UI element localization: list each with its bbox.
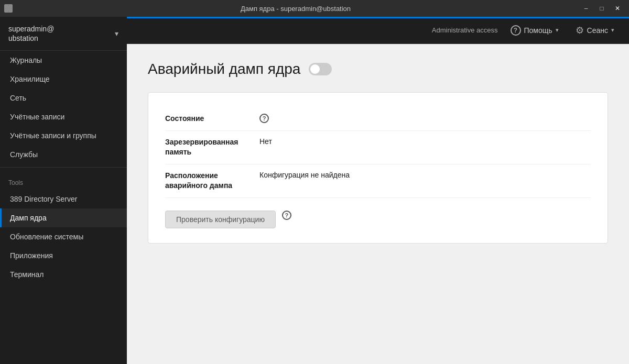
help-chevron-icon: ▾ (556, 27, 559, 34)
app-body: superadmin@ ubstation ▾ Журналы Хранилищ… (0, 17, 629, 364)
minimize-button[interactable]: – (579, 3, 593, 14)
location-row: Расположение аварийного дампа Конфигурац… (165, 164, 591, 198)
sidebar-item-coredump[interactable]: Дамп ядра (0, 208, 127, 227)
sidebar-item-terminal[interactable]: Терминал (0, 265, 127, 284)
status-help-icon[interactable]: ? (259, 114, 269, 123)
gear-icon: ⚙ (576, 25, 584, 36)
hostname: ubstation (8, 34, 54, 43)
window-controls: – □ ✕ (579, 3, 625, 14)
help-action[interactable]: ? Помощь ▾ (506, 23, 563, 38)
session-action[interactable]: ⚙ Сеанс ▾ (571, 23, 619, 38)
tools-section-label: Tools (0, 171, 127, 190)
user-info: superadmin@ ubstation (8, 24, 54, 43)
sidebar-item-system-update[interactable]: Обновление системы (0, 227, 127, 246)
sidebar-item-journals[interactable]: Журналы (0, 51, 127, 70)
titlebar: Дамп ядра - superadmin@ubstation – □ ✕ (0, 0, 629, 17)
maximize-button[interactable]: □ (594, 3, 609, 14)
admin-access-label: Administrative access (432, 26, 498, 34)
sidebar: superadmin@ ubstation ▾ Журналы Хранилищ… (0, 17, 127, 364)
check-config-button[interactable]: Проверить конфигурацию (165, 211, 276, 228)
sidebar-item-accounts[interactable]: Учётные записи (0, 107, 127, 126)
core-dump-toggle[interactable] (309, 63, 332, 75)
info-card: Состояние ? Зарезервированная память Нет… (148, 92, 608, 244)
sidebar-item-network[interactable]: Сеть (0, 89, 127, 107)
sidebar-item-389-directory[interactable]: 389 Directory Server (0, 190, 127, 208)
window-title: Дамп ядра - superadmin@ubstation (13, 5, 579, 13)
memory-row: Зарезервированная память Нет (165, 131, 591, 164)
header-bar: Administrative access ? Помощь ▾ ⚙ Сеанс… (127, 17, 629, 44)
session-label: Сеанс (587, 26, 608, 35)
sidebar-item-services[interactable]: Службы (0, 145, 127, 164)
location-value: Конфигурация не найдена (259, 171, 350, 179)
help-label: Помощь (524, 26, 552, 35)
location-label: Расположение аварийного дампа (165, 171, 259, 191)
status-label: Состояние (165, 114, 259, 124)
help-icon: ? (511, 25, 521, 36)
sidebar-item-accounts-groups[interactable]: Учётные записи и группы (0, 126, 127, 145)
check-config-help-icon[interactable]: ? (282, 211, 291, 220)
sidebar-item-storage[interactable]: Хранилище (0, 70, 127, 89)
status-row: Состояние ? (165, 107, 591, 131)
memory-value: Нет (259, 137, 272, 146)
status-value: ? (259, 114, 269, 123)
right-panel: Administrative access ? Помощь ▾ ⚙ Сеанс… (127, 17, 629, 364)
memory-label: Зарезервированная память (165, 137, 259, 158)
user-header[interactable]: superadmin@ ubstation ▾ (0, 17, 127, 51)
app-icon (4, 4, 13, 13)
sidebar-divider (0, 167, 127, 168)
content-area: Аварийный дамп ядра Состояние ? Зарезерв… (127, 44, 629, 364)
close-button[interactable]: ✕ (610, 3, 625, 14)
username: superadmin@ (8, 24, 54, 34)
main-content: Аварийный дамп ядра Состояние ? Зарезерв… (127, 44, 629, 364)
page-title: Аварийный дамп ядра (148, 61, 300, 78)
action-row: Проверить конфигурацию ? (165, 198, 591, 228)
chevron-down-icon: ▾ (115, 29, 118, 38)
sidebar-item-apps[interactable]: Приложения (0, 246, 127, 265)
page-title-row: Аварийный дамп ядра (148, 61, 608, 78)
session-chevron-icon: ▾ (611, 27, 614, 34)
